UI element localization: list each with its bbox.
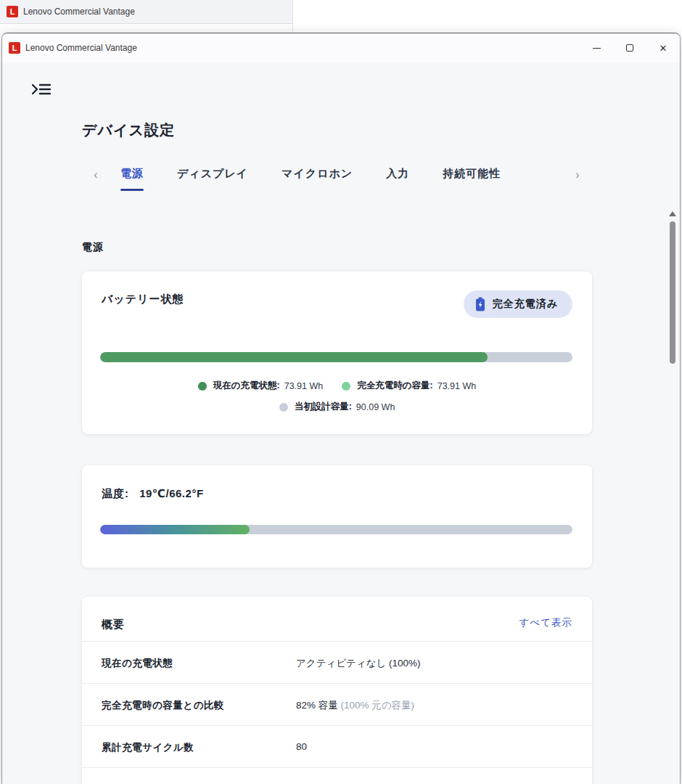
temperature-value: 19℃/66.2°F: [139, 487, 203, 499]
scrollbar-up-arrow[interactable]: [669, 211, 676, 216]
background-window[interactable]: L Lenovo Commercial Vantage: [0, 0, 293, 33]
chevron-right-icon: ›: [575, 168, 579, 181]
temperature-track: [100, 525, 572, 534]
badge-label: 完全充電済み: [493, 298, 558, 311]
window-controls: ✕: [580, 33, 680, 62]
secondary-value: (100% 元の容量): [341, 700, 415, 711]
tabs-scroll-left-button[interactable]: ‹: [88, 164, 104, 181]
close-icon: ✕: [660, 44, 667, 53]
fully-charged-badge: 完全充電済み: [464, 290, 572, 318]
minimize-button[interactable]: [580, 33, 613, 62]
summary-rows: 現在の充電状態 アクティビティなし (100%) 完全充電時の容量との比較 82…: [82, 642, 592, 784]
legend-design-capacity: 当初設計容量: 90.09 Wh: [279, 401, 395, 413]
tab-input[interactable]: 入力: [369, 164, 426, 189]
tab-display[interactable]: ディスプレイ: [160, 164, 265, 189]
legend-full-charge-capacity: 完全充電時の容量: 73.91 Wh: [342, 380, 476, 392]
tab-microphone[interactable]: マイクロホン: [265, 164, 369, 189]
table-row: 現在の充電状態 アクティビティなし (100%): [82, 642, 592, 684]
summary-title: 概要: [102, 618, 125, 632]
battery-card-title: バッテリー状態: [102, 293, 184, 306]
temperature-readout: 温度: 19℃/66.2°F: [102, 487, 204, 501]
tab-bar: ‹ 電源 ディスプレイ マイクロホン 入力 持続可能性 ›: [88, 164, 586, 195]
legend-dot-gray: [279, 403, 288, 412]
section-label-power: 電源: [82, 241, 104, 254]
legend-dot-light-green: [342, 382, 350, 391]
scrollbar[interactable]: [668, 211, 677, 719]
temperature-card: 温度: 19℃/66.2°F: [82, 465, 592, 568]
legend-current-charge: 現在の充電状態: 73.91 Wh: [198, 380, 323, 392]
chevron-left-icon: ‹: [94, 168, 97, 181]
battery-progress-fill: [100, 352, 488, 362]
summary-header: 概要 すべて表示: [82, 597, 592, 642]
background-window-title: Lenovo Commercial Vantage: [23, 7, 135, 17]
window-title: Lenovo Commercial Vantage: [25, 43, 137, 53]
battery-legend-row: 当初設計容量: 90.09 Wh: [82, 401, 592, 413]
menu-expand-button[interactable]: [32, 80, 54, 99]
temperature-fill: [100, 525, 250, 534]
battery-progress-track: [100, 352, 572, 362]
table-row: バッテリーの性質 リチウムポリマー: [82, 768, 592, 784]
page-title: デバイス設定: [82, 121, 175, 140]
table-row: 累計充電サイクル数 80: [82, 726, 592, 768]
background-window-titlebar[interactable]: L Lenovo Commercial Vantage: [0, 0, 292, 24]
scrollbar-thumb[interactable]: [670, 221, 675, 364]
close-button[interactable]: ✕: [646, 33, 680, 62]
menu-expand-icon: [32, 82, 51, 97]
legend-dot-dark-green: [198, 382, 207, 391]
content-area: デバイス設定 ‹ 電源 ディスプレイ マイクロホン 入力 持続可能性 › 電源 …: [2, 62, 680, 784]
tab-power[interactable]: 電源: [104, 164, 160, 191]
lenovo-logo-icon: L: [9, 42, 20, 54]
tabs-scroll-right-button[interactable]: ›: [570, 164, 586, 181]
show-all-link[interactable]: すべて表示: [519, 616, 572, 629]
summary-card: 概要 すべて表示 現在の充電状態 アクティビティなし (100%) 完全充電時の…: [82, 597, 592, 784]
battery-status-card: バッテリー状態 完全充電済み 現在の充電状態: 7: [82, 271, 592, 434]
lenovo-logo-icon: L: [7, 6, 18, 17]
minimize-icon: [593, 48, 601, 49]
desktop: L Lenovo Commercial Vantage L Lenovo Com…: [0, 0, 682, 784]
battery-icon: [475, 297, 485, 311]
battery-legend-row: 現在の充電状態: 73.91 Wh 完全充電時の容量: 73.91 Wh: [82, 380, 592, 392]
titlebar[interactable]: L Lenovo Commercial Vantage ✕: [2, 33, 680, 62]
tab-sustainability[interactable]: 持続可能性: [426, 164, 517, 189]
maximize-icon: [626, 44, 633, 52]
lenovo-vantage-window: L Lenovo Commercial Vantage ✕ デバイス設定 ‹: [1, 33, 681, 784]
table-row: 完全充電時の容量との比較 82% 容量 (100% 元の容量): [82, 684, 592, 726]
maximize-button[interactable]: [613, 33, 646, 62]
